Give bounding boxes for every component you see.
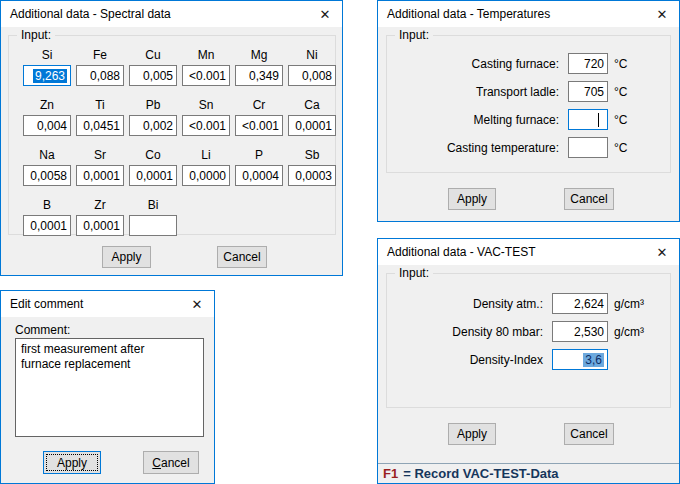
apply-button[interactable]: Apply [448,423,496,445]
element-value-field[interactable] [129,215,177,236]
density-field[interactable]: 2,624 [552,293,608,314]
element-label: Sn [182,98,230,113]
density-label: Density atm.: [397,297,552,311]
element-label: Bi [129,198,177,213]
density-field[interactable]: 2,530 [552,321,608,342]
element-value-field[interactable]: 0,349 [235,65,283,86]
density-row: Density atm.: 2,624 g/cm³ [397,293,660,314]
element-cell: Na 0,0058 [23,148,71,186]
spectral-data-dialog: Additional data - Spectral data ✕ Input:… [0,0,343,276]
density-field[interactable]: 3,6 [552,349,608,370]
element-cell: Li 0,0000 [182,148,230,186]
element-cell: Sr 0,0001 [76,148,124,186]
close-button[interactable]: ✕ [645,239,679,265]
close-button[interactable]: ✕ [308,1,342,27]
temperature-row: Transport ladle: 705 °C [397,81,660,102]
temperatures-dialog: Additional data - Temperatures ✕ Input: … [377,0,680,222]
temperature-label: Casting temperature: [397,141,568,155]
element-value-field[interactable]: 0,088 [76,65,124,86]
unit-label: g/cm³ [614,325,660,339]
element-cell: Mn <0.001 [182,48,230,86]
element-value-field[interactable]: 0,002 [129,115,177,136]
element-label: Sr [76,148,124,163]
temperatures-titlebar[interactable]: Additional data - Temperatures ✕ [378,1,679,27]
element-label: Ti [76,98,124,113]
temperature-rows: Casting furnace: 720 °C Transport ladle:… [397,36,660,165]
unit-label: °C [614,141,660,155]
element-label: Si [23,48,71,63]
apply-button[interactable]: Apply [43,451,101,474]
dialog-title: Edit comment [10,297,83,311]
temperature-row: Casting temperature: °C [397,137,660,158]
element-value-field[interactable]: 0,0000 [182,165,230,186]
element-label: Fe [76,48,124,63]
element-value-field[interactable]: 0,0001 [288,115,336,136]
cancel-button[interactable]: Cancel [143,451,199,474]
dialog-title: Additional data - VAC-TEST [387,245,536,259]
element-value-field[interactable]: <0.001 [182,115,230,136]
temperature-label: Melting furnace: [397,113,568,127]
vactest-titlebar[interactable]: Additional data - VAC-TEST ✕ [378,239,679,265]
element-cell: Bi [129,198,177,236]
element-label: B [23,198,71,213]
apply-button[interactable]: Apply [102,246,151,268]
element-label: Cu [129,48,177,63]
temperature-row: Melting furnace: °C [397,109,660,130]
element-label: Zr [76,198,124,213]
element-value-field[interactable]: 0,0003 [288,165,336,186]
density-rows: Density atm.: 2,624 g/cm³ Density 80 mba… [397,274,660,377]
element-value-field[interactable]: 0,0001 [23,215,71,236]
dialog-title: Additional data - Temperatures [387,7,550,21]
temperature-field[interactable]: 705 [568,81,608,102]
element-value-field[interactable]: 0,004 [23,115,71,136]
element-label: Pb [129,98,177,113]
input-groupbox: Input: Si 9,263 Fe 0,088 Cu 0,005 [8,35,336,235]
element-cell: Ni 0,008 [288,48,336,86]
element-value-field[interactable]: 0,0001 [76,215,124,236]
element-cell: Ca 0,0001 [288,98,336,136]
element-label: Mn [182,48,230,63]
comment-titlebar[interactable]: Edit comment ✕ [1,291,214,317]
cancel-button[interactable]: Cancel [564,188,614,210]
temperature-field[interactable] [568,109,608,130]
element-label: Cr [235,98,283,113]
element-value-field[interactable]: 0,0058 [23,165,71,186]
cancel-button[interactable]: Cancel [564,423,614,445]
element-value-field[interactable]: <0.001 [182,65,230,86]
close-button[interactable]: ✕ [645,1,679,27]
element-value-field[interactable]: 0,0001 [76,165,124,186]
density-row: Density-Index 3,6 [397,349,660,370]
element-cell: Fe 0,088 [76,48,124,86]
temperature-row: Casting furnace: 720 °C [397,53,660,74]
unit-label: °C [614,113,660,127]
close-button[interactable]: ✕ [180,291,214,317]
spectral-titlebar[interactable]: Additional data - Spectral data ✕ [1,1,342,27]
density-row: Density 80 mbar: 2,530 g/cm³ [397,321,660,342]
comment-textarea[interactable]: first measurement after furnace replacem… [15,338,204,437]
element-cell: Si 9,263 [23,48,71,86]
vactest-dialog: Additional data - VAC-TEST ✕ Input: Dens… [377,238,680,484]
element-cell: Zn 0,004 [23,98,71,136]
element-cell: Sb 0,0003 [288,148,336,186]
element-value-field[interactable]: 0,0004 [235,165,283,186]
apply-button[interactable]: Apply [448,188,496,210]
element-value-field[interactable]: 0,0001 [129,165,177,186]
element-cell: Ti 0,0451 [76,98,124,136]
element-value-field[interactable]: 0,0451 [76,115,124,136]
unit-label: g/cm³ [614,297,660,311]
input-groupbox: Input: Casting furnace: 720 °C Transport… [386,35,671,173]
element-value-field[interactable]: <0.001 [235,115,283,136]
element-label: Co [129,148,177,163]
close-icon: ✕ [657,245,668,260]
temperature-label: Transport ladle: [397,85,568,99]
edit-comment-dialog: Edit comment ✕ Comment: first measuremen… [0,290,215,484]
element-value-field[interactable]: 0,008 [288,65,336,86]
element-value-field[interactable]: 9,263 [23,65,71,86]
temperature-field[interactable]: 720 [568,53,608,74]
cancel-button[interactable]: Cancel [217,246,267,268]
element-cell: Cu 0,005 [129,48,177,86]
element-value-field[interactable]: 0,005 [129,65,177,86]
element-label: Ca [288,98,336,113]
temperature-field[interactable] [568,137,608,158]
element-label: Ni [288,48,336,63]
